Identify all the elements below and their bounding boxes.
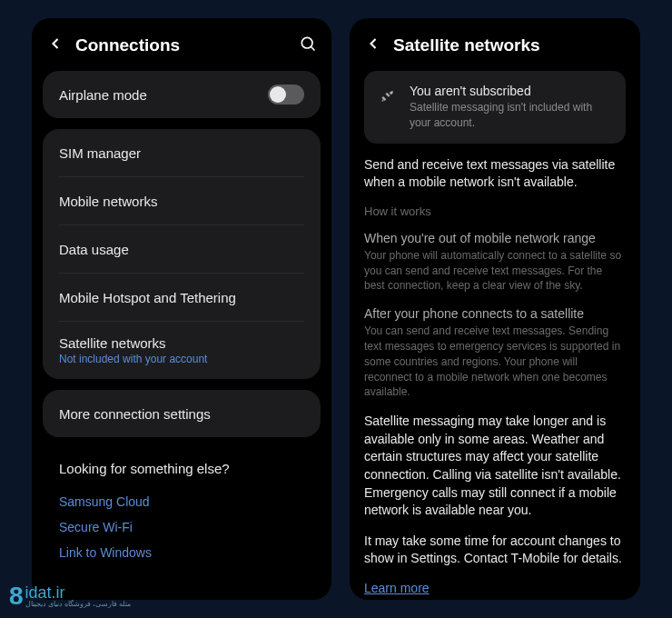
section-after-connect: After your phone connects to a satellite… [364,306,626,400]
how-it-works-label: How it works [364,204,626,218]
notice-subtitle: Satellite messaging isn't included with … [410,100,611,131]
satellite-content: You aren't subscribed Satellite messagin… [350,71,640,600]
disclaimer-text: Satellite messaging may take longer and … [364,413,626,520]
satellite-screen: Satellite networks You aren't subscribed… [350,18,640,600]
airplane-card: Airplane mode [43,71,321,118]
row-label: More connection settings [59,406,304,422]
network-settings-card: SIM manager Mobile networks Data usage M… [43,129,321,379]
more-settings-card: More connection settings [43,390,321,437]
row-label: Data usage [59,242,304,257]
watermark-logo: 8 [9,582,24,611]
connections-content: Airplane mode SIM manager Mobile network… [32,71,331,585]
back-icon[interactable] [364,35,382,56]
satellite-header: Satellite networks [350,18,640,71]
svg-line-1 [311,47,315,51]
learn-more-link[interactable]: Learn more [364,581,626,595]
row-label: Mobile networks [59,194,304,209]
page-title: Connections [75,35,288,55]
row-sublabel: Not included with your account [59,353,304,365]
hotspot-tethering-row[interactable]: Mobile Hotspot and Tethering [43,274,321,321]
sim-manager-row[interactable]: SIM manager [43,129,321,176]
section-title: After your phone connects to a satellite [364,306,626,321]
row-label: Mobile Hotspot and Tethering [59,290,304,305]
back-icon[interactable] [46,35,64,56]
satellite-networks-row[interactable]: Satellite networks Not included with you… [43,322,321,379]
section-body: Your phone will automatically connect to… [364,248,626,294]
link-to-windows-link[interactable]: Link to Windows [59,540,304,565]
row-label: Satellite networks [59,335,304,351]
intro-text: Send and receive text messages via satel… [364,156,626,192]
watermark-sub: مثله فارسی، فروشگاه دنیای دیجیتال [25,601,132,608]
notice-title: You aren't subscribed [410,84,611,98]
more-connection-settings-row[interactable]: More connection settings [43,390,321,437]
section-body: You can send and receive text messages. … [364,324,626,400]
looking-for-else-section: Looking for something else? Samsung Clou… [43,448,321,574]
airplane-mode-row[interactable]: Airplane mode [43,71,321,118]
else-title: Looking for something else? [59,461,304,476]
search-icon[interactable] [299,35,317,56]
section-title: When you're out of mobile network range [364,231,626,245]
airplane-label: Airplane mode [59,87,268,103]
account-changes-text: It may take some time for account change… [364,533,626,568]
connections-header: Connections [32,18,331,71]
mobile-networks-row[interactable]: Mobile networks [43,177,321,224]
samsung-cloud-link[interactable]: Samsung Cloud [59,489,304,514]
row-label: SIM manager [59,145,304,161]
data-usage-row[interactable]: Data usage [43,225,321,273]
svg-point-0 [301,37,312,48]
secure-wifi-link[interactable]: Secure Wi-Fi [59,514,304,540]
page-title: Satellite networks [393,35,626,55]
subscription-notice: You aren't subscribed Satellite messagin… [364,71,626,144]
section-out-of-range: When you're out of mobile network range … [364,231,626,294]
airplane-toggle[interactable] [268,85,304,105]
satellite-icon [379,87,397,109]
connections-screen: Connections Airplane mode SIM manager Mo… [32,18,331,600]
